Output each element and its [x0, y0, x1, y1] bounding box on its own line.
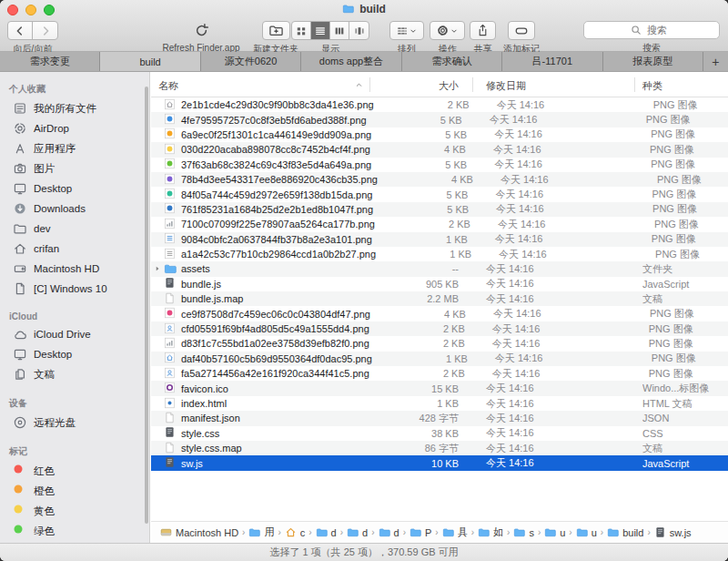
refresh-button[interactable]	[188, 21, 215, 40]
path-item-如[interactable]: 如	[478, 525, 503, 539]
file-kind: PNG 图像	[651, 128, 728, 141]
column-header-date[interactable]: 修改日期	[486, 79, 526, 93]
path-item-c[interactable]: c	[285, 526, 306, 538]
file-row-2e1b1cde4c29d30c9f90bb8c3da41e36.png[interactable]: 2e1b1cde4c29d30c9f90bb8c3da41e36.png2 KB…	[151, 97, 728, 112]
sidebar-item-远程光盘[interactable]: 远程光盘	[0, 413, 149, 433]
view-grid-icon	[295, 25, 308, 37]
path-item-d[interactable]: d	[379, 526, 399, 538]
file-name: 4fe795957257c0c8f3eb5fd6abed388f.png	[181, 115, 367, 126]
png-thumb-icon	[164, 306, 181, 321]
column-header-size[interactable]: 大小	[369, 79, 459, 93]
file-row-ce9f87508d7c459ec06c0c043804df47.png[interactable]: ce9f87508d7c459ec06c0c043804df47.png4 KB…	[151, 306, 728, 321]
file-row-bundle.js[interactable]: bundle.js905 KB今天 14:16JavaScript	[151, 277, 728, 291]
path-item-s[interactable]: s	[513, 526, 534, 538]
tab-需求确认[interactable]: 需求确认	[402, 52, 502, 71]
column-header-name[interactable]: 名称	[158, 79, 178, 93]
sidebar-item-应用程序[interactable]: 应用程序	[0, 138, 149, 158]
sidebar-item-crifan[interactable]: crifan	[0, 239, 149, 259]
path-item-sw.js[interactable]: sw.js	[654, 526, 692, 538]
tab-吕-11701[interactable]: 吕-11701	[502, 52, 602, 71]
sidebar-item-iCloud Drive[interactable]: iCloud Drive	[0, 324, 149, 344]
column-header-kind[interactable]: 种类	[642, 79, 662, 93]
file-row-9084c0bfc2a0637844fb37b8a2e3a101.png[interactable]: 9084c0bfc2a0637844fb37b8a2e3a101.png1 KB…	[151, 232, 728, 247]
file-row-7100c07099f225e78907aa5264ca177b.png[interactable]: 7100c07099f225e78907aa5264ca177b.png2 KB…	[151, 217, 728, 231]
view-list-button[interactable]	[311, 22, 330, 39]
tab-需求变更[interactable]: 需求变更	[0, 52, 100, 71]
add-tags-button[interactable]	[508, 21, 535, 40]
sidebar-section-设备: 设备	[0, 397, 149, 413]
file-row-index.html[interactable]: index.html1 KB今天 14:16HTML 文稿	[151, 396, 728, 411]
disclosure-triangle-icon[interactable]	[151, 265, 164, 272]
path-separator: ›	[371, 527, 374, 537]
sidebar-item-Desktop[interactable]: Desktop	[0, 344, 149, 364]
path-item-用[interactable]: 用	[248, 525, 274, 539]
sidebar-scrollbar[interactable]	[145, 87, 148, 524]
path-item-d[interactable]: d	[347, 526, 368, 538]
view-grid-button[interactable]	[292, 22, 311, 39]
file-row-030d220acaba898078cc8c7452b4cf4f.png[interactable]: 030d220acaba898078cc8c7452b4cf4f.png4 KB…	[151, 142, 728, 157]
sidebar-item-Desktop[interactable]: Desktop	[0, 178, 149, 199]
path-item-u[interactable]: u	[544, 526, 565, 538]
view-list-icon	[314, 25, 327, 37]
file-row-4fe795957257c0c8f3eb5fd6abed388f.png[interactable]: 4fe795957257c0c8f3eb5fd6abed388f.png5 KB…	[151, 112, 728, 127]
sidebar-item-label: crifan	[34, 243, 59, 254]
path-item-P[interactable]: P	[410, 526, 431, 538]
forward-button[interactable]	[33, 22, 57, 39]
file-row-bundle.js.map[interactable]: bundle.js.map2.2 MB今天 14:16文稿	[151, 291, 728, 306]
sidebar-item-dev[interactable]: dev	[0, 219, 149, 239]
sidebar-item-黄色[interactable]: 黄色	[0, 501, 149, 521]
path-item-d[interactable]: d	[316, 526, 337, 538]
new-tab-button[interactable]: +	[703, 52, 728, 71]
sidebar-item-橙色[interactable]: 橙色	[0, 481, 149, 501]
path-item-具[interactable]: 具	[442, 525, 468, 539]
column-divider[interactable]	[472, 77, 473, 92]
file-row-daf40b57160c5b69d9550364df0dac95.png[interactable]: daf40b57160c5b69d9550364df0dac95.png1 KB…	[151, 352, 728, 366]
file-row-37f63ab68c3824c69c43f83e5d4a649a.png[interactable]: 37f63ab68c3824c69c43f83e5d4a649a.png5 KB…	[151, 158, 728, 172]
file-row-assets[interactable]: assets--今天 14:16文件夹	[151, 261, 728, 276]
file-row-manifest.json[interactable]: manifest.json428 字节今天 14:16JSON	[151, 411, 728, 425]
sidebar-item-文稿[interactable]: 文稿	[0, 364, 149, 384]
path-item-build[interactable]: build	[607, 526, 643, 538]
tab-build[interactable]: build	[100, 52, 200, 71]
file-size: --	[363, 263, 459, 274]
sidebar-item-我的所有文件[interactable]: 我的所有文件	[0, 98, 149, 118]
back-button[interactable]	[8, 22, 33, 39]
search-input[interactable]	[583, 21, 720, 39]
new-folder-button[interactable]	[262, 21, 290, 40]
title-bar[interactable]: build	[0, 0, 728, 20]
tab-源文件0620[interactable]: 源文件0620	[201, 52, 301, 71]
sidebar-item-[C] Windows 10[interactable]: [C] Windows 10	[0, 279, 149, 299]
view-columns-button[interactable]	[330, 22, 349, 39]
path-item-u[interactable]: u	[576, 526, 597, 538]
file-row-6a9ec0f25f1301c1ca446149e9dd909a.png[interactable]: 6a9ec0f25f1301c1ca446149e9dd909a.png5 KB…	[151, 128, 728, 142]
file-row-style.css[interactable]: style.css38 KB今天 14:16CSS	[151, 426, 728, 441]
sidebar-item-Macintosh HD[interactable]: Macintosh HD	[0, 259, 149, 279]
sidebar-item-AirDrop[interactable]: AirDrop	[0, 118, 149, 138]
file-row-a1a42c53c77b10cb29864ccd1a0b2b27.png[interactable]: a1a42c53c77b10cb29864ccd1a0b2b27.png1 KB…	[151, 247, 728, 261]
file-name: 84f05a744c459d2972e659f138db15da.png	[181, 189, 372, 200]
file-row-favicon.ico[interactable]: favicon.ico15 KB今天 14:16Windo...标图像	[151, 381, 728, 395]
view-coverflow-button[interactable]	[349, 22, 369, 39]
file-row-sw.js[interactable]: sw.js10 KB今天 14:16JavaScript	[151, 455, 728, 470]
sidebar-item-红色[interactable]: 红色	[0, 461, 149, 481]
tab-doms app整合[interactable]: doms app整合	[301, 52, 401, 71]
share-button[interactable]	[470, 21, 496, 40]
file-row-fa5a2714456a42e161f920ca344f41c5.png[interactable]: fa5a2714456a42e161f920ca344f41c5.png2 KB…	[151, 366, 728, 381]
file-row-84f05a744c459d2972e659f138db15da.png[interactable]: 84f05a744c459d2972e659f138db15da.png5 KB…	[151, 187, 728, 201]
arrange-button[interactable]	[389, 21, 424, 40]
tab-报表原型[interactable]: 报表原型	[603, 52, 703, 71]
status-bar: 选择了 1 项（共 25 项），370.59 GB 可用	[0, 543, 728, 561]
column-divider[interactable]	[634, 77, 635, 92]
sidebar-item-图片[interactable]: 图片	[0, 158, 149, 178]
file-date: 今天 14:16	[486, 456, 613, 470]
file-row-78b4d3ee543317ee8e886920c436cb35.png[interactable]: 78b4d3ee543317ee8e886920c436cb35.png4 KB…	[151, 172, 728, 187]
sidebar-item-绿色[interactable]: 绿色	[0, 521, 149, 541]
file-row-style.css.map[interactable]: style.css.map86 字节今天 14:16文稿	[151, 441, 728, 455]
file-row-761f85231a1684b25d2e2b1ed8b1047f.png[interactable]: 761f85231a1684b25d2e2b1ed8b1047f.png5 KB…	[151, 202, 728, 217]
file-kind: PNG 图像	[652, 202, 728, 216]
path-item-Macintosh HD[interactable]: Macintosh HD	[160, 526, 238, 538]
file-row-cfd05591f69bf4ad805d5c49a1555dd4.png[interactable]: cfd05591f69bf4ad805d5c49a1555dd4.png2 KB…	[151, 321, 728, 336]
file-row-d83f1c7c55bd1a02ee3758d39efb82f0.png[interactable]: d83f1c7c55bd1a02ee3758d39efb82f0.png2 KB…	[151, 336, 728, 351]
sidebar-item-Downloads[interactable]: Downloads	[0, 199, 149, 219]
action-button[interactable]	[430, 21, 465, 40]
